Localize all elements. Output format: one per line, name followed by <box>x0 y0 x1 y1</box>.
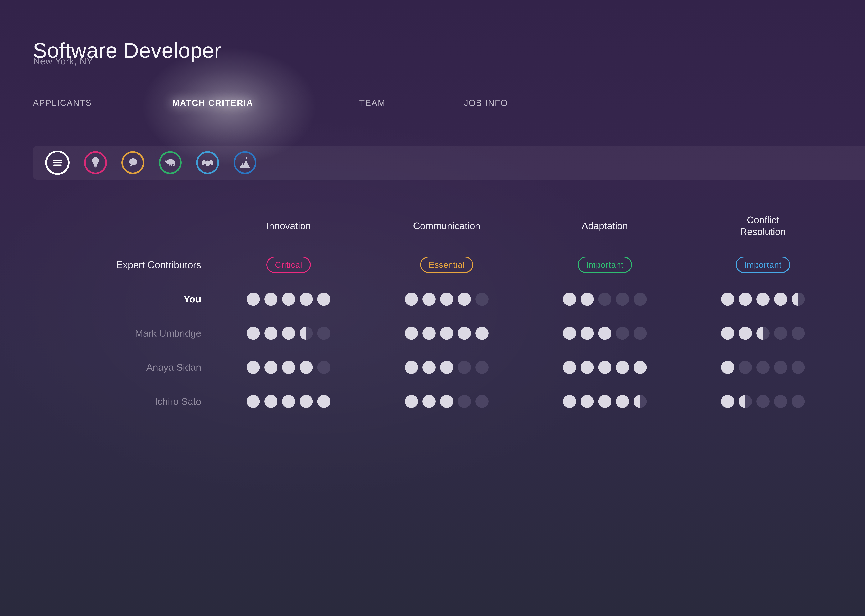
rating-dot-empty <box>774 361 787 374</box>
column-header: Conflict Resolution <box>684 204 842 247</box>
rating-dot-full <box>440 395 453 408</box>
rating-cell <box>684 282 842 316</box>
rating-dot-empty <box>792 327 805 340</box>
row-name: Ichiro Sato <box>155 396 201 407</box>
rating-dot-full <box>405 361 418 374</box>
rating-dot-full <box>721 395 734 408</box>
column-header-label: Adaptation <box>567 220 643 232</box>
rating-dot-full <box>264 361 278 374</box>
tab-applicants[interactable]: APPLICANTS <box>33 98 92 108</box>
rating-dot-full <box>563 361 576 374</box>
row-label: Anaya Sidan <box>0 350 209 384</box>
rating-dot-full <box>581 327 594 340</box>
column-header-label: Innovation <box>251 220 327 232</box>
rating-dot-full <box>264 327 278 340</box>
importance-badge-cell: Critical <box>209 247 367 282</box>
rating-dot-empty <box>458 395 471 408</box>
rating-dot-full <box>739 292 752 306</box>
rating-dot-full <box>581 395 594 408</box>
rating-cell <box>842 384 865 418</box>
rating-dot-full <box>616 361 629 374</box>
rating-dot-empty <box>757 361 769 374</box>
rating-cell <box>209 282 367 316</box>
row-label: You <box>0 282 209 316</box>
rating-dot-full <box>282 327 295 340</box>
importance-badge: Important <box>736 257 790 273</box>
importance-badge-cell: Important <box>526 247 684 282</box>
rating-dot-empty <box>757 395 769 408</box>
importance-badge: Essential <box>420 257 473 273</box>
rating-dot-empty <box>476 395 488 408</box>
column-header-label: Conflict Resolution <box>725 214 801 238</box>
rating-dot-full <box>422 395 436 408</box>
rating-dot-full <box>247 395 260 408</box>
hamburger-icon <box>50 155 65 170</box>
rating-cell <box>526 350 684 384</box>
rating-dot-full <box>440 327 453 340</box>
rating-cell <box>367 384 526 418</box>
rating-dot-full <box>581 361 594 374</box>
rating-dot-full <box>458 327 471 340</box>
mountain-flag-icon <box>238 156 252 170</box>
tab-team[interactable]: TEAM <box>360 98 385 108</box>
rating-cell <box>209 316 367 350</box>
column-header: Communication <box>367 204 526 247</box>
rating-cell <box>367 316 526 350</box>
rating-dot-empty <box>774 395 787 408</box>
adaptation-filter-button[interactable] <box>159 151 182 174</box>
rating-dot-full <box>300 395 313 408</box>
managing-others-filter-button[interactable] <box>234 151 256 174</box>
chameleon-icon <box>163 156 177 170</box>
rating-dot-full <box>317 395 330 408</box>
rating-dot-full <box>247 361 260 374</box>
rating-cell <box>367 282 526 316</box>
rating-dot-full <box>721 327 734 340</box>
communication-filter-button[interactable] <box>121 151 144 174</box>
rating-dot-empty <box>739 361 752 374</box>
rating-dot-empty <box>476 292 488 306</box>
rating-dot-full <box>247 292 260 306</box>
rating-dot-full <box>721 292 734 306</box>
rating-dot-full <box>440 292 453 306</box>
rating-dot-full <box>300 361 313 374</box>
rating-cell <box>842 350 865 384</box>
importance-badge-cell: Important <box>842 247 865 282</box>
rating-dot-full <box>282 395 295 408</box>
rating-cell <box>209 350 367 384</box>
rating-dot-full <box>739 327 752 340</box>
rating-dot-full <box>247 327 260 340</box>
rating-dot-full <box>405 327 418 340</box>
rating-dot-full <box>616 395 629 408</box>
rating-dot-full <box>440 361 453 374</box>
rating-dot-full <box>300 292 313 306</box>
rating-dot-full <box>581 292 594 306</box>
column-header: Innovation <box>209 204 367 247</box>
column-header-label: Communication <box>409 220 485 232</box>
rating-dot-half <box>634 395 647 408</box>
menu-button[interactable] <box>46 151 69 175</box>
page-subtitle: New York, NY <box>33 56 93 66</box>
rating-cell <box>842 282 865 316</box>
rating-dot-empty <box>616 292 629 306</box>
rating-dot-empty <box>598 292 611 306</box>
row-name: Anaya Sidan <box>146 361 201 373</box>
rating-dot-empty <box>476 361 488 374</box>
rating-cell <box>684 384 842 418</box>
rating-cell <box>209 384 367 418</box>
rating-cell <box>526 316 684 350</box>
importance-badge: Important <box>578 257 632 273</box>
rating-cell <box>842 316 865 350</box>
rating-dot-full <box>422 327 436 340</box>
innovation-filter-button[interactable] <box>84 151 107 174</box>
row-label: Mark Umbridge <box>0 316 209 350</box>
row-name: Mark Umbridge <box>135 328 201 339</box>
rating-dot-full <box>317 292 330 306</box>
conflict-resolution-filter-button[interactable] <box>196 151 219 174</box>
tab-job-info[interactable]: JOB INFO <box>464 98 508 108</box>
criteria-matrix: InnovationCommunicationAdaptationConflic… <box>0 204 865 418</box>
expert-contributors-text: Expert Contributors <box>116 259 201 270</box>
rating-dot-empty <box>317 361 330 374</box>
rating-dot-full <box>458 292 471 306</box>
tab-match-criteria[interactable]: MATCH CRITERIA <box>172 98 253 108</box>
rating-dot-full <box>757 292 769 306</box>
